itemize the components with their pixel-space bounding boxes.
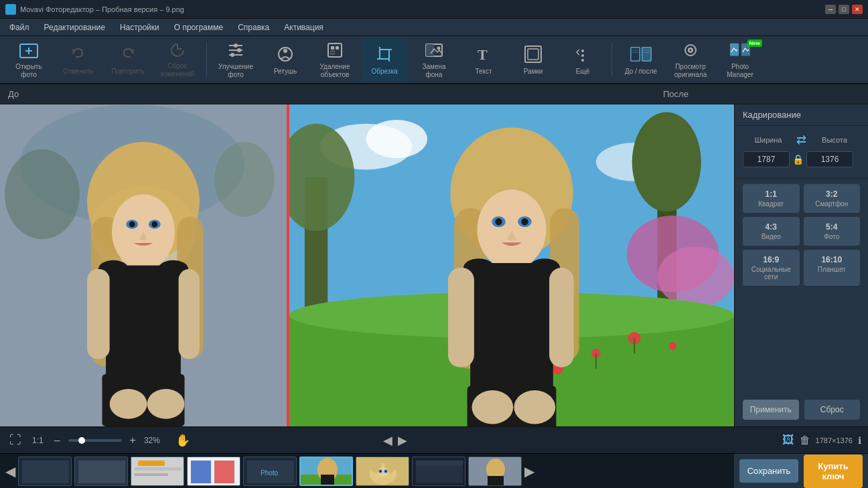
svg-rect-30 [642, 48, 651, 61]
svg-rect-100 [78, 461, 125, 483]
filmstrip-thumb-3[interactable] [131, 457, 184, 486]
remove-objects-icon [324, 40, 346, 60]
before-after-button[interactable]: До / после [618, 38, 664, 81]
close-button[interactable]: ✕ [852, 5, 863, 14]
ratio-5-4-button[interactable]: 5:4 Фото [804, 217, 861, 246]
reset-label: Сбросизменений [161, 62, 194, 78]
buy-key-button[interactable]: Купить ключ [804, 455, 863, 488]
more-button[interactable]: Ещё [559, 38, 606, 81]
width-label: Ширина [743, 136, 794, 144]
svg-text:Photo: Photo [261, 469, 279, 477]
filmstrip-thumb-9[interactable] [468, 457, 522, 486]
enhance-button[interactable]: Улучшениефото [212, 38, 259, 81]
redo-icon [117, 44, 139, 65]
actual-size-button[interactable]: 1:1 [29, 434, 46, 446]
lock-icon: 🔒 [792, 154, 804, 165]
filmstrip-thumb-1[interactable] [18, 457, 72, 486]
menu-about[interactable]: О программе [167, 21, 230, 34]
bottom-toolbar: ⛶ 1:1 – + 32% ✋ ◀ ▶ 🖼 🗑 1787×1376 ℹ [0, 426, 868, 453]
bg-replace-label: Заменафона [422, 63, 445, 79]
ratio-1-1-button[interactable]: 1:1 Квадрат [743, 184, 800, 213]
prev-image-button[interactable]: ◀ [383, 433, 392, 448]
toolbar-sep-2 [611, 43, 612, 76]
filmstrip-thumb-2[interactable] [74, 457, 128, 486]
remove-objects-button[interactable]: Удалениеобъектов [311, 38, 358, 81]
svg-point-71 [658, 246, 734, 308]
filmstrip-thumb-8[interactable] [412, 457, 465, 486]
reset-button[interactable]: Сбросизменений [154, 38, 201, 81]
svg-rect-12 [331, 46, 334, 50]
filmstrip-thumb-4[interactable] [187, 457, 240, 486]
minimize-button[interactable]: ─ [825, 5, 836, 14]
ratio-16-10-button[interactable]: 16:10 Планшет [804, 250, 861, 286]
menu-help[interactable]: Справка [231, 21, 276, 34]
photo-manager-button[interactable]: New PhotoManager [717, 38, 764, 81]
ratio-16-9-button[interactable]: 16:9 Социальныесети [743, 250, 800, 286]
text-button[interactable]: T Текст [460, 38, 507, 81]
image-area [0, 104, 734, 426]
svg-point-84 [477, 189, 546, 269]
ratio-16-10-sublabel: Планшет [818, 266, 846, 273]
retouch-button[interactable]: Ретушь [262, 38, 309, 81]
redo-label: Повторить [112, 68, 145, 76]
svg-point-61 [147, 389, 185, 419]
delete-button[interactable]: 🗑 [800, 434, 810, 446]
menu-file[interactable]: Файл [3, 21, 36, 34]
after-label: После [663, 89, 689, 99]
view-original-label: Просмотроригинала [674, 63, 707, 79]
menu-settings[interactable]: Настройки [113, 21, 166, 34]
maximize-button[interactable]: □ [839, 5, 849, 14]
enhance-label: Улучшениефото [218, 63, 253, 79]
panel-title: Кадрирование [735, 104, 868, 126]
zoom-thumb [78, 437, 85, 444]
more-icon [572, 44, 593, 65]
reset-icon [167, 41, 188, 60]
height-label: Высота [809, 136, 860, 144]
title-bar: Movavi Фоторедактор – Пробная версия – 9… [0, 0, 868, 19]
save-button[interactable]: Сохранить [739, 459, 798, 483]
next-image-button[interactable]: ▶ [398, 433, 407, 448]
window-title: Movavi Фоторедактор – Пробная версия – 9… [20, 5, 825, 13]
filmstrip-prev-button[interactable]: ◀ [5, 463, 15, 479]
ratio-4-3-button[interactable]: 4:3 Видео [743, 217, 800, 246]
panel-reset-button[interactable]: Сброс [804, 400, 861, 420]
svg-rect-29 [631, 48, 640, 61]
menu-activation[interactable]: Активация [277, 21, 330, 34]
open-photo-button[interactable]: Открытьфото [5, 38, 52, 81]
ratio-3-2-button[interactable]: 3:2 Смартфон [804, 184, 861, 213]
height-value[interactable]: 1376 [806, 151, 853, 167]
filmstrip-thumb-7[interactable] [356, 457, 409, 486]
ratio-16-9-sublabel: Социальныесети [751, 266, 791, 280]
fit-screen-button[interactable]: ⛶ [7, 432, 24, 449]
menu-bar: Файл Редактирование Настройки О программ… [0, 19, 868, 36]
svg-point-95 [472, 390, 513, 424]
svg-point-88 [521, 218, 528, 225]
undo-button[interactable]: Отменить [55, 38, 102, 81]
menu-edit[interactable]: Редактирование [38, 21, 112, 34]
crop-ratios: 1:1 Квадрат 3:2 Смартфон 4:3 Видео 5:4 Ф… [735, 179, 868, 291]
before-label: До [8, 89, 19, 99]
svg-point-26 [581, 50, 584, 52]
info-button[interactable]: ℹ [858, 435, 861, 446]
zoom-out-button[interactable]: – [52, 433, 63, 448]
zoom-slider[interactable] [68, 439, 122, 442]
hand-tool-button[interactable]: ✋ [173, 432, 193, 449]
before-after-bar: До После [0, 84, 868, 104]
bg-replace-button[interactable]: Заменафона [411, 38, 457, 81]
filmstrip-thumb-5[interactable]: Photo [243, 457, 297, 486]
frames-button[interactable]: Рамки [510, 38, 557, 81]
svg-point-78 [669, 342, 676, 349]
apply-button[interactable]: Применить [743, 400, 799, 420]
view-original-icon [680, 40, 701, 60]
width-value[interactable]: 1787 [743, 151, 790, 167]
view-original-button[interactable]: Просмотроригинала [667, 38, 714, 81]
filmstrip-icon[interactable]: 🖼 [782, 433, 794, 447]
filmstrip-next-button[interactable]: ▶ [524, 463, 534, 479]
filmstrip-thumb-6[interactable] [299, 457, 353, 486]
svg-point-27 [581, 54, 584, 57]
retouch-icon [275, 44, 296, 65]
zoom-in-button[interactable]: + [127, 433, 139, 448]
svg-rect-103 [135, 473, 168, 476]
crop-button[interactable]: Обрезка [361, 38, 408, 81]
redo-button[interactable]: Повторить [104, 38, 151, 81]
